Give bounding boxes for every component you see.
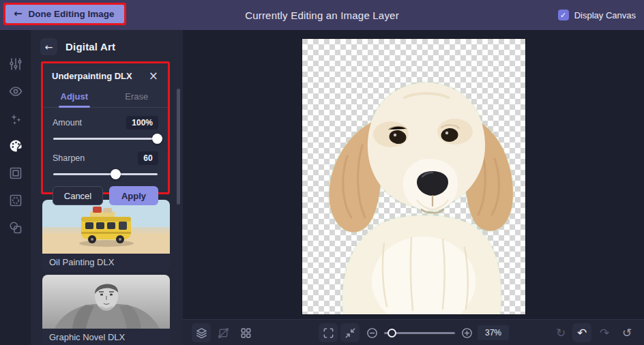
- zoom-out-icon[interactable]: [362, 323, 381, 342]
- history-icon[interactable]: ↺: [617, 323, 636, 342]
- close-icon[interactable]: ×: [147, 70, 160, 82]
- canvas-area: [183, 30, 644, 319]
- done-editing-label: Done Editing Image: [29, 9, 115, 19]
- frames-icon[interactable]: [8, 165, 24, 181]
- tutorial-annotation-box: Underpainting DLX × Adjust Erase Amount …: [41, 61, 170, 194]
- panel-title: Digital Art: [65, 41, 115, 52]
- tool-category-strip: [0, 30, 31, 345]
- graphic-novel-thumbnail: [42, 275, 170, 329]
- underpainting-tool-card: Underpainting DLX × Adjust Erase Amount …: [43, 63, 168, 192]
- amount-slider[interactable]: [53, 133, 158, 144]
- sharpen-slider-handle[interactable]: [111, 169, 121, 179]
- sharpen-value: 60: [138, 151, 158, 165]
- check-icon: ✓: [560, 12, 566, 19]
- tool-card-header: Underpainting DLX ×: [43, 63, 168, 87]
- sharpen-label: Sharpen: [53, 153, 85, 163]
- panel-header: ← Digital Art: [40, 38, 115, 55]
- app-window: ← Done Editing Image Currently Editing a…: [0, 0, 644, 345]
- canvas-toolbar: 37% ↻ ↶ ↷ ↺: [183, 319, 644, 345]
- display-canvas-toggle[interactable]: ✓ Display Canvas: [558, 0, 636, 30]
- slider-track: [53, 173, 158, 175]
- effect-label: Graphic Novel DLX: [42, 329, 170, 345]
- effects-sparkles-icon[interactable]: [8, 110, 24, 127]
- back-arrow-icon: ←: [45, 42, 53, 52]
- fit-to-screen-icon[interactable]: [340, 323, 360, 342]
- refresh-icon: ↻: [551, 323, 570, 342]
- back-arrow-icon: ←: [14, 9, 23, 19]
- cancel-button[interactable]: Cancel: [53, 186, 103, 205]
- amount-row: Amount 100%: [53, 115, 158, 130]
- amount-slider-handle[interactable]: [152, 134, 162, 144]
- tool-body: Amount 100% Sharpen 60: [43, 108, 168, 213]
- tab-adjust[interactable]: Adjust: [43, 87, 106, 107]
- puppy-image: [302, 39, 525, 314]
- undo-icon[interactable]: ↶: [572, 323, 591, 342]
- zoom-in-icon[interactable]: [457, 323, 476, 342]
- artsy-palette-icon[interactable]: [8, 138, 24, 154]
- effect-label: Oil Painting DLX: [42, 254, 170, 272]
- amount-label: Amount: [53, 118, 82, 127]
- tutorial-annotation-box: ← Done Editing Image: [3, 3, 126, 25]
- fullscreen-icon[interactable]: [319, 323, 338, 342]
- sharpen-row: Sharpen 60: [53, 151, 158, 166]
- layers-icon[interactable]: [192, 323, 211, 342]
- amount-value: 100%: [126, 116, 158, 130]
- compare-disabled-icon: [214, 323, 233, 342]
- done-editing-button[interactable]: ← Done Editing Image: [5, 5, 124, 23]
- zoom-slider-handle[interactable]: [387, 329, 396, 338]
- redo-icon: ↷: [595, 323, 614, 342]
- image-layer-canvas[interactable]: [302, 39, 525, 314]
- panel-scrollbar[interactable]: [177, 89, 180, 205]
- tool-tabs: Adjust Erase: [43, 87, 168, 108]
- tab-erase[interactable]: Erase: [106, 87, 169, 107]
- slider-track: [53, 138, 158, 140]
- touchup-eye-icon[interactable]: [8, 83, 24, 100]
- panel-back-button[interactable]: ←: [40, 38, 57, 55]
- apply-button[interactable]: Apply: [109, 186, 158, 205]
- effect-card-graphic-novel[interactable]: Graphic Novel DLX: [42, 275, 170, 345]
- digital-art-panel: ← Digital Art Underpainting DLX × Adjust…: [31, 30, 183, 345]
- display-canvas-label: Display Canvas: [574, 10, 636, 20]
- zoom-slider[interactable]: [384, 327, 455, 338]
- tool-card-title: Underpainting DLX: [52, 71, 132, 81]
- textures-icon[interactable]: [8, 192, 24, 209]
- sharpen-slider[interactable]: [53, 168, 158, 179]
- topbar: ← Done Editing Image Currently Editing a…: [0, 0, 644, 30]
- checkbox-checked-icon[interactable]: ✓: [558, 10, 569, 20]
- grid-view-icon[interactable]: [236, 323, 255, 342]
- tool-actions: Cancel Apply: [53, 186, 158, 205]
- zoom-level-badge: 37%: [478, 325, 509, 340]
- adjust-sliders-icon[interactable]: [8, 56, 24, 72]
- overlays-icon[interactable]: [8, 220, 24, 236]
